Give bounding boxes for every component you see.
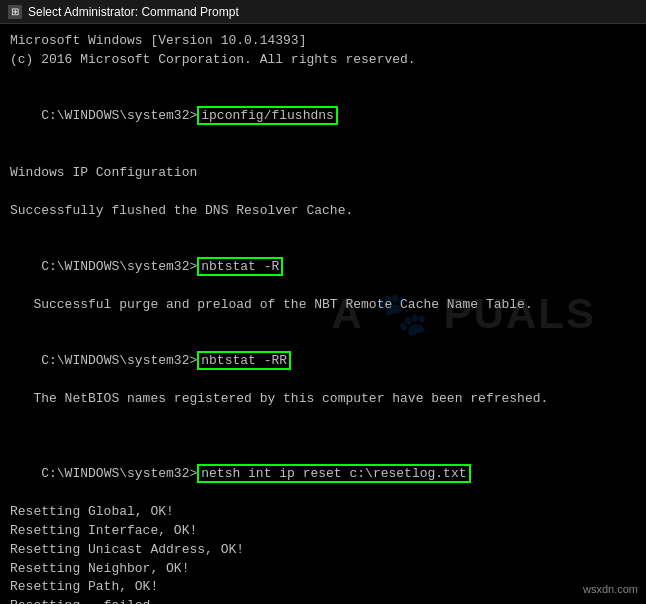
line-empty-5 — [10, 315, 636, 334]
line-reset-neighbor: Resetting Neighbor, OK! — [10, 560, 636, 579]
line-reset-unicast: Resetting Unicast Address, OK! — [10, 541, 636, 560]
line-prompt-3: C:\WINDOWS\system32>nbtstat -RR — [10, 334, 636, 391]
cmd-ipconfig: ipconfig/flushdns — [197, 106, 338, 125]
line-reset-interface: Resetting Interface, OK! — [10, 522, 636, 541]
line-winip: Windows IP Configuration — [10, 164, 636, 183]
line-empty-7 — [10, 428, 636, 447]
line-prompt-4: C:\WINDOWS\system32>netsh int ip reset c… — [10, 447, 636, 504]
prompt-text-3: C:\WINDOWS\system32> — [41, 353, 197, 368]
cmd-nbtstat-rr: nbtstat -RR — [197, 351, 291, 370]
title-bar-text: Select Administrator: Command Prompt — [28, 5, 239, 19]
line-reset-path: Resetting Path, OK! — [10, 578, 636, 597]
prompt-text-2: C:\WINDOWS\system32> — [41, 259, 197, 274]
line-prompt-2: C:\WINDOWS\system32>nbtstat -R — [10, 239, 636, 296]
cmd-netsh-int: netsh int ip reset c:\resetlog.txt — [197, 464, 470, 483]
line-nbtstat-rr-result: The NetBIOS names registered by this com… — [10, 390, 636, 409]
line-empty-6 — [10, 409, 636, 428]
line-empty-1 — [10, 70, 636, 89]
line-reset-global: Resetting Global, OK! — [10, 503, 636, 522]
prompt-text: C:\WINDOWS\system32> — [41, 108, 197, 123]
line-reset-failed: Resetting , failed. — [10, 597, 636, 604]
line-nbtstat-r-result: Successful purge and preload of the NBT … — [10, 296, 636, 315]
title-bar: ⊞ Select Administrator: Command Prompt — [0, 0, 646, 24]
cmd-nbtstat-r: nbtstat -R — [197, 257, 283, 276]
prompt-text-4: C:\WINDOWS\system32> — [41, 466, 197, 481]
line-flushed: Successfully flushed the DNS Resolver Ca… — [10, 202, 636, 221]
line-empty-3 — [10, 183, 636, 202]
line-2: (c) 2016 Microsoft Corporation. All righ… — [10, 51, 636, 70]
title-bar-icon: ⊞ — [8, 5, 22, 19]
footer-brand: wsxdn.com — [583, 582, 638, 598]
terminal[interactable]: A 🐾 PUALS Microsoft Windows [Version 10.… — [0, 24, 646, 604]
line-prompt-1: C:\WINDOWS\system32>ipconfig/flushdns — [10, 89, 636, 146]
line-empty-4 — [10, 220, 636, 239]
line-empty-2 — [10, 145, 636, 164]
line-1: Microsoft Windows [Version 10.0.14393] — [10, 32, 636, 51]
